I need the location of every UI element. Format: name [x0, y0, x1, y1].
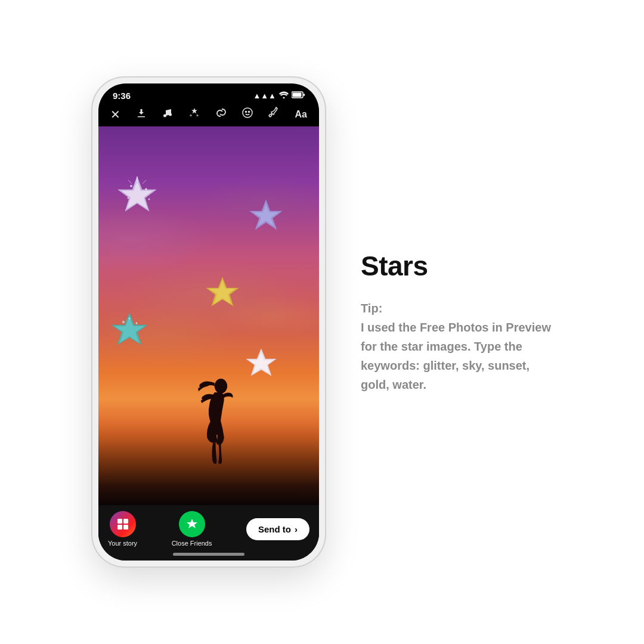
page-container: 9:36 ▲▲▲: [0, 0, 644, 644]
svg-point-8: [249, 112, 250, 113]
bottom-bar: Your story Close Friends Send to ›: [98, 505, 319, 550]
svg-rect-33: [117, 525, 122, 530]
svg-point-4: [163, 114, 166, 117]
svg-line-18: [143, 180, 146, 184]
send-to-chevron: ›: [295, 524, 298, 534]
svg-point-30: [215, 379, 227, 394]
svg-point-25: [122, 321, 125, 323]
phone-inner: 9:36 ▲▲▲: [98, 83, 319, 561]
send-to-label: Send to: [258, 524, 291, 534]
your-story-label: Your story: [108, 540, 137, 547]
status-icons: ▲▲▲: [253, 91, 305, 100]
svg-point-7: [246, 112, 247, 113]
signal-icon: ▲▲▲: [253, 91, 276, 100]
effects-icon[interactable]: [188, 107, 200, 122]
svg-point-6: [243, 108, 252, 117]
svg-point-0: [283, 97, 285, 99]
story-content: [98, 126, 319, 505]
svg-rect-32: [123, 519, 128, 524]
svg-line-17: [128, 180, 132, 184]
info-title: Stars: [361, 250, 552, 282]
svg-rect-34: [123, 525, 128, 530]
emoji-icon[interactable]: [242, 107, 253, 122]
close-friends-icon[interactable]: [179, 511, 205, 537]
battery-icon: [292, 91, 305, 100]
star-sticker-blue[interactable]: [249, 198, 283, 237]
home-indicator: [98, 550, 319, 561]
phone-mockup: 9:36 ▲▲▲: [92, 78, 325, 566]
draw-icon[interactable]: [268, 107, 280, 122]
wifi-icon: [279, 91, 289, 100]
send-to-button[interactable]: Send to ›: [246, 518, 309, 540]
svg-rect-31: [117, 519, 122, 524]
text-icon[interactable]: Aa: [295, 109, 306, 120]
your-story-icon[interactable]: [110, 511, 136, 537]
svg-point-15: [148, 199, 150, 200]
toolbar: ✕: [98, 103, 319, 126]
svg-point-5: [169, 113, 172, 116]
svg-point-26: [136, 323, 138, 324]
svg-point-14: [128, 197, 129, 199]
download-icon[interactable]: [135, 107, 147, 122]
info-tip: Tip:I used the Free Photos in Preview fo…: [361, 299, 552, 394]
star-sticker-teal[interactable]: [110, 311, 149, 355]
person-silhouette: [194, 374, 242, 469]
close-friends-option[interactable]: Close Friends: [172, 511, 212, 547]
home-bar: [173, 553, 244, 556]
info-panel: Stars Tip:I used the Free Photos in Prev…: [361, 238, 552, 406]
music-icon[interactable]: [162, 107, 174, 122]
star-sticker-white[interactable]: [116, 174, 158, 222]
link-icon[interactable]: [215, 107, 227, 122]
status-time: 9:36: [113, 91, 131, 101]
svg-rect-2: [304, 94, 305, 96]
svg-point-12: [145, 188, 147, 190]
notch: [170, 83, 247, 101]
close-icon[interactable]: ✕: [110, 107, 120, 122]
close-friends-label: Close Friends: [172, 540, 212, 547]
star-sticker-gold[interactable]: [205, 275, 240, 317]
svg-point-27: [129, 318, 131, 320]
svg-point-13: [137, 182, 138, 184]
svg-rect-3: [293, 93, 302, 97]
svg-point-11: [130, 185, 132, 187]
your-story-option[interactable]: Your story: [108, 511, 137, 547]
tip-label: Tip:I used the Free Photos in Preview fo…: [361, 299, 552, 394]
star-sticker-white-small[interactable]: [245, 347, 277, 384]
